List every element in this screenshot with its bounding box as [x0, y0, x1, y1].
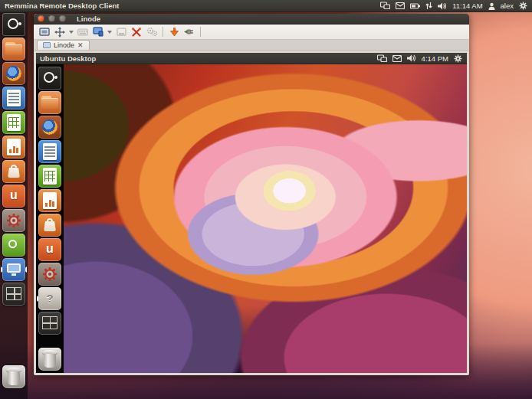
- libreoffice-calc-icon: [38, 165, 61, 188]
- remote-launcher-item-software-center[interactable]: [38, 214, 61, 237]
- ubuntu-desktop: { "outer_panel": { "app_title": "Remmina…: [0, 0, 532, 399]
- libreoffice-impress-icon: [38, 189, 61, 212]
- mail-icon[interactable]: [396, 2, 405, 9]
- launcher-item-workspace-switcher[interactable]: [2, 283, 25, 306]
- ubuntu-green-icon: [2, 234, 25, 257]
- mail-icon[interactable]: [392, 55, 402, 62]
- sync-arrows-icon[interactable]: [425, 2, 432, 10]
- network-icon[interactable]: [380, 2, 390, 10]
- launcher-item-writer[interactable]: [2, 87, 25, 110]
- tab-linode[interactable]: Linode ✕: [37, 40, 90, 50]
- remote-menu-title[interactable]: Ubuntu Desktop: [40, 54, 96, 63]
- software-center-icon: [2, 160, 25, 183]
- firefox-icon: [38, 116, 61, 139]
- remote-launcher-item-dash-home[interactable]: [38, 67, 61, 90]
- fullscreen-icon[interactable]: [38, 26, 51, 38]
- clock[interactable]: 11:14 AM: [452, 2, 482, 10]
- remote-launcher-item-calc[interactable]: [38, 165, 61, 188]
- trash-icon: [38, 348, 61, 371]
- launcher-item-remmina[interactable]: [2, 258, 25, 281]
- screenshot-arrow-icon[interactable]: [167, 26, 181, 38]
- focused-app-title: Remmina Remote Desktop Client: [5, 2, 119, 10]
- remote-launcher-item-writer[interactable]: [38, 140, 61, 163]
- grab-keyboard-icon[interactable]: [76, 26, 90, 38]
- launcher-item-dash-home[interactable]: [2, 13, 25, 36]
- window-titlebar[interactable]: Linode: [34, 14, 469, 25]
- minimize-button[interactable]: [48, 15, 55, 22]
- toolbar-separator: [163, 27, 163, 37]
- remote-launcher-item-trash[interactable]: [38, 348, 61, 371]
- libreoffice-calc-icon: [2, 111, 25, 134]
- launcher-item-trash[interactable]: [2, 365, 25, 388]
- launcher-item-ubuntu-one[interactable]: u: [2, 185, 25, 208]
- launcher-item-software-center[interactable]: [2, 160, 25, 183]
- ubuntu-one-icon: u: [2, 185, 25, 208]
- software-center-icon: [38, 214, 61, 237]
- top-panel: Remmina Remote Desktop Client 11:14 AM a…: [0, 0, 532, 12]
- home-folder-icon: [2, 38, 25, 61]
- trash-icon: [2, 365, 25, 388]
- remmina-icon: [2, 258, 25, 281]
- remote-launcher-item-system-settings[interactable]: [38, 263, 61, 286]
- launcher-item-ubuntu-green[interactable]: [2, 234, 25, 257]
- scale-icon[interactable]: [91, 26, 105, 38]
- battery-icon[interactable]: [410, 3, 420, 9]
- remote-indicator-tray: 4:14 PM: [377, 54, 462, 63]
- tab-bar: Linode ✕: [34, 40, 469, 51]
- remote-top-panel: Ubuntu Desktop 4:14 PM: [36, 53, 467, 64]
- workspace-switcher-icon: [2, 283, 25, 306]
- gears-icon[interactable]: [145, 26, 159, 38]
- session-gear-icon[interactable]: [454, 54, 462, 63]
- connection-icon: [43, 42, 51, 48]
- fit-window-icon[interactable]: [53, 26, 67, 38]
- window-title: Linode: [77, 15, 100, 23]
- remote-clock[interactable]: 4:14 PM: [422, 54, 448, 63]
- libreoffice-impress-icon: [2, 136, 25, 159]
- ubuntu-one-icon: u: [38, 238, 61, 261]
- volume-icon[interactable]: [438, 2, 447, 10]
- remote-launcher-item-firefox[interactable]: [38, 116, 61, 139]
- network-icon[interactable]: [377, 54, 387, 63]
- ubuntu-dash-icon: [2, 13, 25, 36]
- caret-down-icon[interactable]: [68, 26, 74, 38]
- volume-icon[interactable]: [407, 54, 416, 62]
- username[interactable]: alex: [501, 2, 514, 10]
- maximize-button[interactable]: [59, 15, 66, 22]
- remote-launcher-item-impress[interactable]: [38, 189, 61, 212]
- launcher-item-calc[interactable]: [2, 111, 25, 134]
- remote-launcher-item-home-folder[interactable]: [38, 91, 61, 114]
- help-icon: ?: [38, 287, 61, 310]
- remote-launcher-item-ubuntu-one[interactable]: u: [38, 238, 61, 261]
- workspace-switcher-icon: [38, 312, 61, 335]
- remmina-window: Linode Linode ✕ Ubuntu Desktop: [34, 14, 469, 375]
- system-settings-icon: [2, 209, 25, 232]
- home-folder-icon: [38, 91, 61, 114]
- libreoffice-writer-icon: [2, 87, 25, 110]
- launcher-item-impress[interactable]: [2, 136, 25, 159]
- tab-label: Linode: [54, 41, 74, 49]
- system-settings-icon: [38, 263, 61, 286]
- remote-launcher-item-help[interactable]: ?: [38, 287, 61, 310]
- launcher-item-firefox[interactable]: [2, 62, 25, 85]
- launcher-item-home-folder[interactable]: [2, 38, 25, 61]
- remote-desktop-viewport[interactable]: Ubuntu Desktop 4:14 PM u ?: [36, 53, 467, 373]
- remote-unity-launcher: u ?: [36, 64, 64, 373]
- ubuntu-dash-icon: [38, 67, 61, 90]
- firefox-icon: [2, 62, 25, 85]
- tab-close-icon[interactable]: ✕: [77, 41, 84, 49]
- indicator-tray: 11:14 AM alex: [380, 2, 527, 10]
- unity-launcher: u: [0, 12, 28, 399]
- minimize-view-icon[interactable]: [114, 26, 128, 38]
- tools-icon[interactable]: [130, 26, 143, 38]
- toolbar-separator: [200, 27, 201, 37]
- launcher-item-system-settings[interactable]: [2, 209, 25, 232]
- user-icon[interactable]: [488, 2, 495, 10]
- session-gear-icon[interactable]: [519, 2, 527, 10]
- remmina-toolbar: [34, 25, 469, 40]
- remote-wallpaper: [64, 64, 467, 373]
- libreoffice-writer-icon: [38, 140, 61, 163]
- disconnect-plug-icon[interactable]: [182, 26, 196, 38]
- close-button[interactable]: [38, 15, 44, 22]
- caret-down-icon[interactable]: [107, 26, 113, 38]
- remote-launcher-item-workspace-switcher[interactable]: [38, 312, 61, 335]
